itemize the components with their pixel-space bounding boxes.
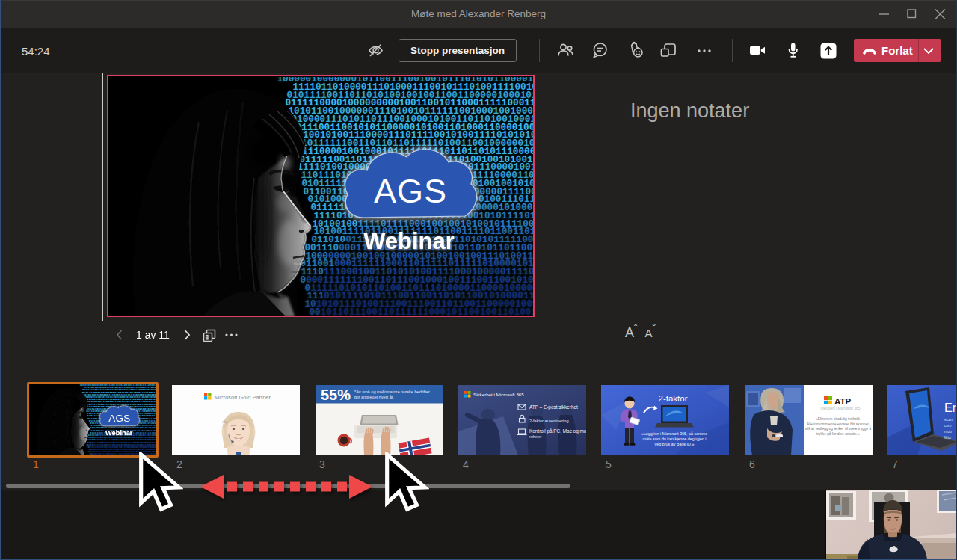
svg-text:slik at vedlegg og lenker vil: slik at vedlegg og lenker vil være trygg…: [804, 426, 871, 431]
svg-text:måte som du kan kjenne deg igj: måte som du kan kjenne deg igjen i: [643, 437, 707, 441]
svg-text:enheter: enheter: [529, 434, 542, 439]
svg-text:blir angrepet hvert år.: blir angrepet hvert år.: [354, 395, 394, 399]
svg-text:ved bruk av Bank ID.»: ved bruk av Bank ID.»: [654, 442, 694, 446]
svg-text:Microsoft Gold Partner: Microsoft Gold Partner: [215, 394, 271, 401]
svg-text:Webinar: Webinar: [105, 429, 133, 437]
svg-text:2-faktor: 2-faktor: [659, 394, 688, 403]
svg-text:mob: mob: [944, 429, 952, 434]
svg-text:55%: 55%: [321, 387, 351, 403]
svg-text:«Eliminere skadelig innhold.: «Eliminere skadelig innhold.: [816, 417, 861, 421]
svg-text:trykke på for dine ansatte.»: trykke på for dine ansatte.»: [816, 431, 860, 436]
svg-text:En: En: [944, 401, 957, 414]
svg-text:2-faktor autentisering: 2-faktor autentisering: [529, 419, 569, 423]
svg-text:«Lan: «Lan: [944, 417, 953, 422]
svg-text:Micr: Micr: [944, 435, 952, 440]
svg-text:ATP: ATP: [834, 397, 851, 406]
svg-text:AGS: AGS: [108, 413, 130, 424]
svg-text:*Av små og mellomstore norske: *Av små og mellomstore norske bedrifter: [354, 390, 430, 394]
svg-text:«Logg inn i Microsoft 365, på: «Logg inn i Microsoft 365, på samme: [641, 431, 707, 436]
svg-text:Alle innkommende eposter blir: Alle innkommende eposter blir skannet,: [807, 422, 870, 426]
svg-text:ATP – E-post sikkerhet: ATP – E-post sikkerhet: [529, 404, 578, 410]
svg-text:Inkludert i Microsoft 365: Inkludert i Microsoft 365: [820, 406, 860, 410]
svg-text:com: com: [944, 423, 951, 428]
svg-text:AGS: AGS: [373, 172, 446, 210]
svg-text:Webinar: Webinar: [363, 228, 455, 254]
svg-text:Sikkerhet i Microsoft 365: Sikkerhet i Microsoft 365: [473, 392, 524, 397]
